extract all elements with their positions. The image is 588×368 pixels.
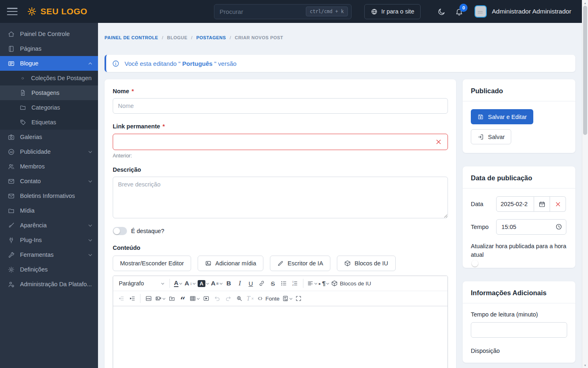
error-x-icon[interactable] bbox=[435, 138, 442, 146]
hamburger-menu-icon[interactable] bbox=[7, 8, 18, 15]
time-label: Tempo bbox=[471, 224, 496, 230]
page-scrollbar[interactable]: ▲ ▼ bbox=[582, 0, 588, 368]
camera-icon bbox=[8, 134, 15, 141]
scrollbar-down-arrow[interactable]: ▼ bbox=[582, 362, 588, 368]
publication-date-title: Data de publicação bbox=[463, 166, 575, 188]
indent-button[interactable] bbox=[127, 292, 138, 305]
permalink-input[interactable] bbox=[113, 134, 448, 150]
avatar[interactable] bbox=[474, 5, 487, 18]
sidebar-item-painel-de-controle[interactable]: Painel De Controle bbox=[0, 27, 98, 41]
add-media-button[interactable]: Adicionar mídia bbox=[198, 256, 263, 271]
breadcrumb-separator: / bbox=[229, 35, 231, 40]
fullscreen-button[interactable] bbox=[293, 292, 304, 305]
table-button[interactable] bbox=[188, 292, 200, 305]
sidebar-item-label: Postagens bbox=[31, 90, 91, 96]
logo[interactable]: SEU LOGO bbox=[27, 6, 87, 17]
file-icon bbox=[20, 90, 26, 96]
sidebar-item-midia[interactable]: Mídia bbox=[0, 203, 98, 218]
sidebar-item-aparencia[interactable]: Aparência bbox=[0, 218, 98, 233]
editor-ui-blocks-button[interactable]: Blocos de IU bbox=[330, 277, 372, 289]
sidebar-item-definicoes[interactable]: Definições bbox=[0, 262, 98, 277]
link-button[interactable] bbox=[256, 277, 267, 289]
description-textarea[interactable] bbox=[113, 177, 448, 218]
html-snippet-button[interactable] bbox=[143, 292, 154, 305]
redo-button[interactable] bbox=[223, 292, 234, 305]
strikethrough-button[interactable]: S bbox=[267, 277, 278, 289]
pen-icon bbox=[277, 260, 284, 267]
sidebar-item-boletins-informativos[interactable]: Boletins Informativos bbox=[0, 188, 98, 203]
search-input[interactable] bbox=[220, 8, 306, 15]
find-replace-button[interactable] bbox=[234, 292, 245, 305]
sidebar-item-publicidade[interactable]: Publicidade bbox=[0, 144, 98, 159]
reading-time-input[interactable] bbox=[471, 322, 567, 338]
ui-blocks-button[interactable]: Blocos de IU bbox=[337, 256, 395, 271]
clear-formatting-button[interactable]: T× bbox=[245, 292, 256, 305]
notification-badge: 0 bbox=[459, 4, 468, 12]
editor-content-area[interactable] bbox=[113, 306, 448, 368]
text-direction-button[interactable]: ▸¶ bbox=[318, 277, 330, 289]
file-manager-button[interactable] bbox=[166, 292, 177, 305]
numbered-list-button[interactable] bbox=[290, 277, 301, 289]
italic-button[interactable]: I bbox=[234, 277, 245, 289]
outdent-button[interactable] bbox=[116, 292, 127, 305]
bullet-list-button[interactable] bbox=[278, 277, 290, 289]
info-icon bbox=[112, 60, 120, 67]
sidebar-item-plug-ins[interactable]: Plug-Ins bbox=[0, 233, 98, 247]
sidebar-item-ferramentas[interactable]: Ferramentas bbox=[0, 247, 98, 262]
background-color-button[interactable]: A bbox=[196, 277, 209, 289]
calendar-button[interactable] bbox=[534, 196, 550, 212]
notifications-button[interactable]: 0 bbox=[455, 7, 463, 16]
numbered-list-icon bbox=[292, 280, 298, 287]
save-button[interactable]: Salvar bbox=[471, 129, 511, 144]
bold-button[interactable]: B bbox=[223, 277, 234, 289]
sidebar-item-administracao-da-plataforma[interactable]: Administração Da Platafo... bbox=[0, 277, 98, 292]
date-input[interactable] bbox=[496, 196, 534, 212]
font-color-button[interactable]: A bbox=[172, 277, 183, 289]
document-code-button[interactable] bbox=[281, 292, 293, 305]
align-button[interactable] bbox=[306, 277, 318, 289]
permalink-previous-hint: Anterior: bbox=[113, 153, 448, 159]
source-code-button[interactable]: Fonte bbox=[256, 292, 281, 305]
chevron-down-icon bbox=[89, 223, 92, 226]
pages-icon bbox=[8, 45, 15, 52]
sidebar-item-blogue[interactable]: Blogue bbox=[0, 56, 98, 71]
user-name[interactable]: Administrador Administrador bbox=[492, 8, 571, 15]
name-input[interactable] bbox=[113, 98, 448, 114]
breadcrumb-item[interactable]: POSTAGENS bbox=[196, 35, 226, 40]
underline-button[interactable]: U bbox=[245, 277, 256, 289]
scrollbar-thumb[interactable] bbox=[583, 6, 587, 135]
blockquote-button[interactable]: “ bbox=[177, 292, 188, 305]
chevron-down-icon bbox=[89, 238, 92, 241]
font-size-button[interactable]: A↕ bbox=[183, 277, 196, 289]
right-sidebar: Publicado Salvar e Editar Salvar Data d bbox=[463, 79, 575, 368]
insert-image-button[interactable] bbox=[154, 292, 166, 305]
sidebar-item-paginas[interactable]: Páginas bbox=[0, 41, 98, 56]
save-and-edit-button[interactable]: Salvar e Editar bbox=[471, 109, 533, 124]
sidebar-item-label: Categorias bbox=[31, 104, 91, 111]
toggle-editor-button[interactable]: Mostrar/Esconder Editor bbox=[113, 256, 191, 271]
sidebar-item-galerias[interactable]: Galerias bbox=[0, 130, 98, 144]
search-box[interactable]: ctrl/cmd + k bbox=[214, 4, 352, 19]
letter-spacing-button[interactable]: A≡ bbox=[210, 277, 223, 289]
publish-panel-title: Publicado bbox=[463, 79, 575, 101]
sidebar-item-contato[interactable]: Contato bbox=[0, 174, 98, 188]
sidebar-item-label: Contato bbox=[20, 178, 84, 184]
sidebar-item-colecoes-de-postagens[interactable]: Coleções De Postagens bbox=[0, 71, 98, 85]
embed-video-button[interactable] bbox=[200, 292, 212, 305]
sidebar-item-postagens[interactable]: Postagens bbox=[0, 85, 98, 100]
sidebar-item-categorias[interactable]: Categorias bbox=[0, 100, 98, 115]
scrollbar-up-arrow[interactable]: ▲ bbox=[582, 0, 588, 6]
dark-mode-toggle[interactable] bbox=[437, 7, 446, 16]
ai-writer-button[interactable]: Escritor de IA bbox=[270, 256, 330, 271]
users-icon bbox=[8, 163, 15, 170]
mail-icon bbox=[8, 178, 15, 185]
breadcrumb-item[interactable]: PAINEL DE CONTROLE bbox=[105, 35, 158, 40]
sidebar-item-membros[interactable]: Membros bbox=[0, 159, 98, 174]
folder-plus-icon bbox=[169, 295, 175, 302]
sidebar-item-etiquetas[interactable]: Etiquetas bbox=[0, 115, 98, 130]
undo-button[interactable] bbox=[212, 292, 223, 305]
clear-date-button[interactable] bbox=[550, 196, 566, 212]
featured-toggle[interactable] bbox=[113, 227, 127, 235]
go-to-site-button[interactable]: Ir para o site bbox=[364, 4, 421, 19]
paragraph-format-select[interactable]: Parágrafo bbox=[116, 277, 167, 289]
